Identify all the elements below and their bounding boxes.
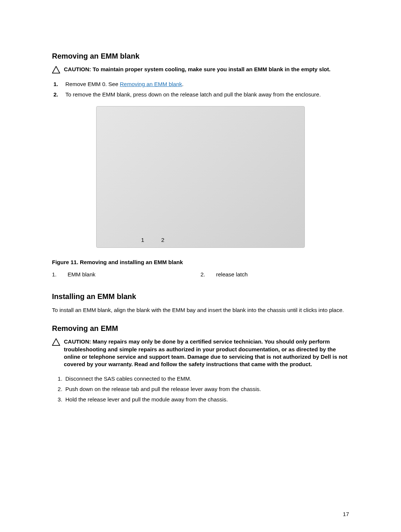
paragraph: To install an EMM blank, align the blank…: [52, 306, 349, 314]
step-item: Push down on the release tab and pull th…: [64, 385, 349, 393]
figure-caption: Figure 11. Removing and installing an EM…: [52, 259, 349, 265]
legend-label: release latch: [216, 271, 248, 278]
caution-icon: [52, 338, 60, 346]
legend-number: 2.: [200, 271, 207, 278]
legend-label: EMM blank: [68, 271, 95, 278]
page-number: 17: [343, 511, 349, 517]
link-removing-emm-blank[interactable]: Removing an EMM blank: [120, 81, 182, 87]
step-item: To remove the EMM blank, press down on t…: [52, 91, 349, 99]
caution-block: CAUTION: Many repairs may only be done b…: [52, 338, 349, 368]
step-item: Hold the release lever and pull the modu…: [64, 395, 349, 404]
figure-callout-1: 1: [141, 237, 144, 243]
caution-text: CAUTION: To maintain proper system cooli…: [64, 66, 330, 73]
step-text-post: .: [182, 81, 183, 87]
caution-prefix: CAUTION:: [64, 66, 93, 72]
step-item: Disconnect the SAS cables connected to t…: [64, 375, 349, 383]
figure-image: 1 2: [96, 106, 305, 248]
figure: 1 2: [52, 106, 349, 248]
caution-prefix: CAUTION:: [64, 338, 93, 345]
steps-list: Disconnect the SAS cables connected to t…: [52, 375, 349, 403]
steps-list: Remove EMM 0. See Removing an EMM blank.…: [52, 80, 349, 99]
caution-body: To maintain proper system cooling, make …: [93, 66, 331, 72]
document-page: Removing an EMM blank CAUTION: To mainta…: [0, 0, 401, 532]
caution-body: Many repairs may only be done by a certi…: [64, 338, 347, 367]
caution-icon: [52, 66, 60, 73]
step-item: Remove EMM 0. See Removing an EMM blank.: [52, 80, 349, 88]
figure-legend: 1. EMM blank 2. release latch: [52, 271, 349, 278]
caution-text: CAUTION: Many repairs may only be done b…: [64, 338, 349, 368]
heading-installing-emm-blank: Installing an EMM blank: [52, 292, 349, 301]
figure-callout-2: 2: [161, 237, 164, 243]
step-text: Remove EMM 0. See: [65, 81, 120, 87]
legend-number: 1.: [52, 271, 59, 278]
caution-block: CAUTION: To maintain proper system cooli…: [52, 66, 349, 73]
heading-removing-emm: Removing an EMM: [52, 324, 349, 333]
heading-removing-emm-blank: Removing an EMM blank: [52, 52, 349, 60]
